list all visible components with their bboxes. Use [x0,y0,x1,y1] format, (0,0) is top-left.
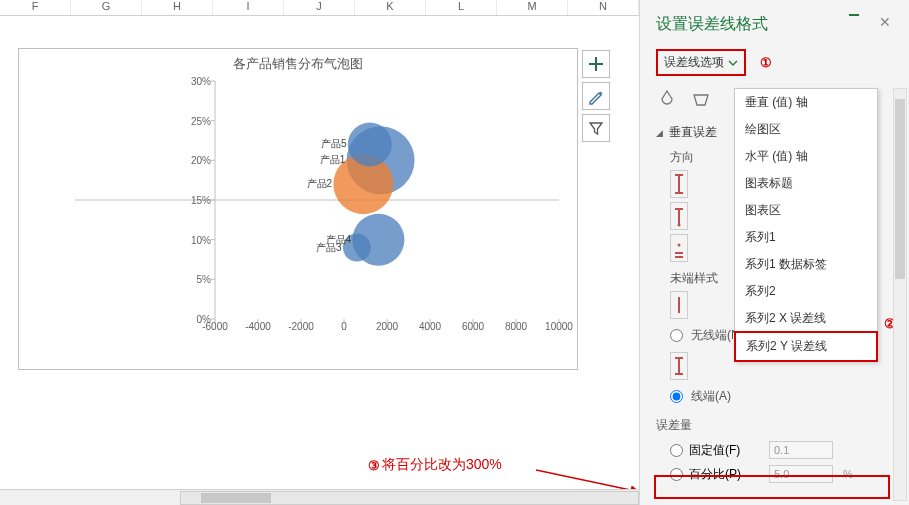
svg-point-32 [678,244,681,247]
end-none-icon[interactable] [670,291,688,319]
percentage-input[interactable] [769,465,833,483]
chart-styles-button[interactable] [582,82,610,110]
circle-1: ① [760,55,772,70]
col-header[interactable]: I [213,0,284,15]
error-bar-options-selector[interactable]: 误差线选项 [656,49,746,76]
panel-minimize-icon[interactable] [849,14,859,16]
plot-area[interactable]: 0%5%10%15%20%25%30%-6000-4000-2000020004… [19,77,577,341]
horizontal-scrollbar[interactable] [180,491,639,505]
panel-close-icon[interactable]: ✕ [879,14,891,30]
instruction-text: ③将百分比改为300% [368,456,502,474]
sheet-tab-row: 利 [0,489,639,505]
effects-tab[interactable] [690,88,712,110]
col-header[interactable]: J [284,0,355,15]
format-error-bars-panel: 设置误差线格式 ✕ 误差线选项 ① ◢ 垂直误差 方向 未端样式 无线端(N) … [639,0,909,505]
chart-title[interactable]: 各产品销售分布气泡图 [19,49,577,73]
fill-line-tab[interactable] [656,88,678,110]
error-amount-label: 误差量 [656,417,909,434]
percent-sign: % [839,468,857,480]
col-header[interactable]: N [568,0,639,15]
panel-vertical-scrollbar[interactable] [893,88,907,501]
chevron-down-icon [728,59,738,67]
col-header[interactable]: G [71,0,142,15]
col-header[interactable]: H [142,0,213,15]
menu-item[interactable]: 系列1 数据标签 [735,251,877,278]
column-headers: F G H I J K L M N [0,0,639,16]
col-header[interactable]: L [426,0,497,15]
circle-3: ③ [368,458,380,473]
chart-filters-button[interactable] [582,114,610,142]
direction-plus-icon[interactable] [670,234,688,262]
percentage-radio[interactable]: 百分比(P) % [670,462,909,486]
chart-element-dropdown-menu: 垂直 (值) 轴 绘图区 水平 (值) 轴 图表标题 图表区 系列1 系列1 数… [734,88,878,362]
end-cap-radio[interactable]: 线端(A) [670,384,909,409]
menu-item[interactable]: 绘图区 [735,116,877,143]
chart-elements-button[interactable] [582,50,610,78]
svg-point-29 [678,224,681,227]
scrollbar-thumb[interactable] [201,493,271,503]
fixed-value-radio[interactable]: 固定值(F) [670,438,909,462]
worksheet-area[interactable]: 各产品销售分布气泡图 0%5%10%15%20%25%30%-6000-4000… [0,16,639,489]
chart-side-buttons [582,50,610,142]
direction-minus-icon[interactable] [670,202,688,230]
menu-item[interactable]: 图表标题 [735,170,877,197]
collapse-triangle-icon: ◢ [656,128,663,138]
chart-container[interactable]: 各产品销售分布气泡图 0%5%10%15%20%25%30%-6000-4000… [18,48,578,370]
menu-item[interactable]: 垂直 (值) 轴 [735,89,877,116]
col-header[interactable]: K [355,0,426,15]
col-header[interactable]: F [0,0,71,15]
col-header[interactable]: M [497,0,568,15]
svg-point-21 [352,214,404,266]
panel-title: 设置误差线格式 [640,0,909,43]
menu-item[interactable]: 图表区 [735,197,877,224]
menu-item[interactable]: 水平 (值) 轴 [735,143,877,170]
menu-item-selected[interactable]: 系列2 Y 误差线 [734,331,878,362]
direction-both-icon[interactable] [670,170,688,198]
error-amount-group: 固定值(F) 百分比(P) % [670,438,909,486]
end-cap-icon[interactable] [670,352,688,380]
scrollbar-thumb[interactable] [895,99,905,279]
svg-point-22 [348,122,392,166]
fixed-value-input[interactable] [769,441,833,459]
menu-item[interactable]: 系列2 [735,278,877,305]
menu-item[interactable]: 系列1 [735,224,877,251]
menu-item[interactable]: 系列2 X 误差线 [735,305,877,332]
